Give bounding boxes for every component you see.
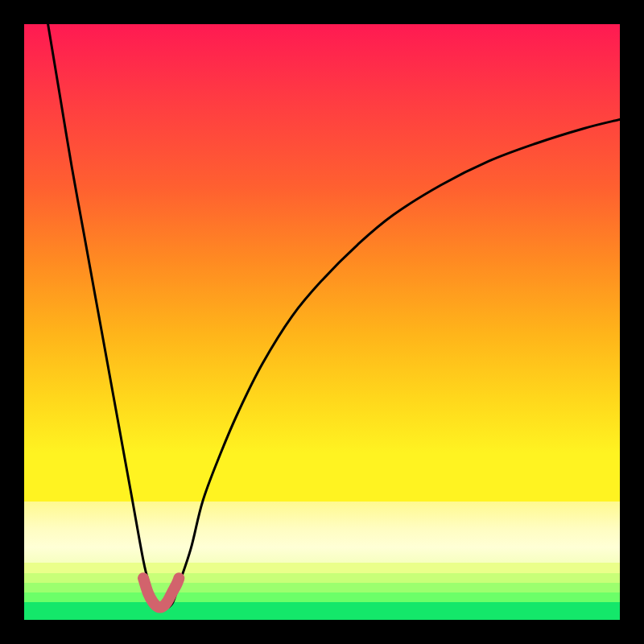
bottleneck-curve	[48, 24, 620, 609]
curve-svg	[24, 24, 620, 620]
plot-area: TheBottleneck.com	[24, 24, 620, 620]
chart-frame: TheBottleneck.com	[0, 0, 644, 644]
